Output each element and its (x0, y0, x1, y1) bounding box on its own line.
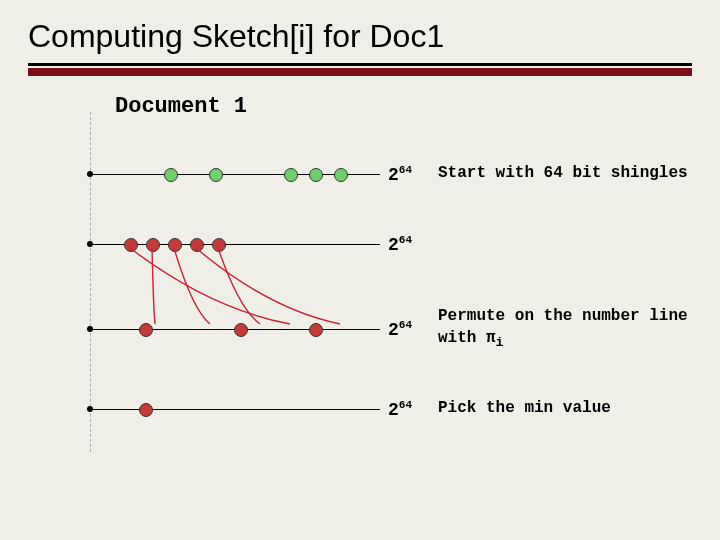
shingle-dot (309, 168, 323, 182)
two-to-64-label-3: 264 (380, 319, 438, 340)
shingle-dot (146, 238, 160, 252)
number-line-3 (90, 299, 380, 359)
title-rule (0, 63, 720, 76)
two-to-64-label-4: 264 (380, 399, 438, 420)
shingle-dot (139, 323, 153, 337)
number-line-1 (90, 144, 380, 204)
two-to-64-label-2: 264 (380, 234, 438, 255)
diagram-stage: Document 1 264 Start with 64 bit shingle… (90, 94, 690, 474)
shingle-dot (284, 168, 298, 182)
row-3: 264 Permute on the number line with πi (90, 299, 690, 359)
shingle-dot (212, 238, 226, 252)
page-title: Computing Sketch[i] for Doc1 (0, 0, 720, 63)
number-line-2 (90, 214, 380, 274)
shingle-dot (168, 238, 182, 252)
row-1: 264 Start with 64 bit shingles (90, 144, 690, 204)
shingle-dot (164, 168, 178, 182)
caption-4: Pick the min value (438, 398, 690, 420)
row-2: 264 (90, 214, 690, 274)
row-4: 264 Pick the min value (90, 379, 690, 439)
shingle-dot (309, 323, 323, 337)
shingle-dot (124, 238, 138, 252)
caption-1: Start with 64 bit shingles (438, 163, 690, 185)
number-line-4 (90, 379, 380, 439)
shingle-dot (234, 323, 248, 337)
shingle-dot (190, 238, 204, 252)
shingle-dot (334, 168, 348, 182)
caption-3: Permute on the number line with πi (438, 306, 690, 352)
shingle-dot (209, 168, 223, 182)
two-to-64-label-1: 264 (380, 164, 438, 185)
document-label: Document 1 (115, 94, 247, 119)
shingle-dot (139, 403, 153, 417)
